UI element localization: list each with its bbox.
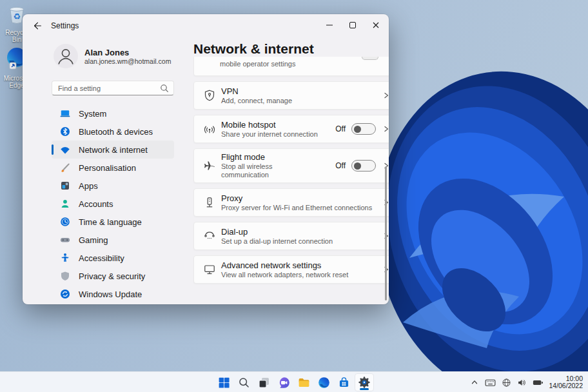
airplane-icon [203,159,216,172]
partial-control [362,57,378,60]
card-dial-up[interactable]: Dial-up Set up a dial-up internet connec… [193,222,389,250]
toggle-knob [354,162,361,170]
sidebar-item-time-language[interactable]: Time & language [52,213,174,231]
speaker-icon[interactable] [517,378,527,387]
vpn-shield-icon [203,89,216,102]
card-mobile-partial[interactable]: mobile operator settings [193,57,389,76]
card-title: Mobile hotspot [221,120,318,130]
card-subtitle: mobile operator settings [220,60,295,68]
system-tray: 10:00 14/06/2022 [464,372,583,392]
card-subtitle: Share your internet connection [221,130,318,139]
file-explorer-button[interactable] [295,373,314,391]
accessibility-icon [60,253,70,263]
minimize-icon [324,19,335,31]
close-icon [370,19,382,31]
sidebar-item-network-internet[interactable]: Network & internet [52,141,174,159]
avatar[interactable] [54,44,78,68]
sidebar-item-personalisation[interactable]: Personalisation [52,159,174,177]
battery-icon[interactable] [533,378,544,387]
task-view-icon [257,376,271,389]
toggle-knob [354,126,361,133]
search-icon [160,84,169,93]
edge-button[interactable] [315,373,334,391]
card-title: VPN [221,86,292,96]
proxy-server-icon [203,196,216,209]
profile-name: Alan Jones [84,48,129,57]
brush-icon [60,162,70,173]
sidebar-item-windows-update[interactable]: Windows Update [52,285,174,303]
search-input[interactable] [52,84,160,92]
window-title: Settings [51,21,79,30]
system-icon [60,108,70,119]
windows-start-icon [217,376,231,389]
card-title: Flight mode [221,152,291,162]
sidebar-item-bluetooth-devices[interactable]: Bluetooth & devices [52,122,174,141]
taskbar-search-button[interactable] [235,373,254,391]
card-advanced-network-settings[interactable]: Advanced network settings View all netwo… [193,255,389,284]
card-title: Dial-up [221,227,333,237]
windows-bloom-wallpaper [371,45,588,371]
search-box [52,81,174,95]
tray-date: 14/06/2022 [549,382,583,390]
card-flight-mode[interactable]: Flight mode Stop all wireless communicat… [193,148,389,183]
scrollbar[interactable] [385,166,387,300]
svg-text:♻: ♻ [13,12,21,21]
card-proxy[interactable]: Proxy Proxy server for Wi-Fi and Etherne… [193,188,389,217]
sidebar-nav: System Bluetooth & devices Network & int… [52,104,174,303]
sidebar-item-apps[interactable]: Apps [52,177,174,195]
minimize-button[interactable] [318,15,341,35]
teams-chat-icon [277,376,291,389]
task-view-button[interactable] [255,373,274,391]
clock-globe-icon [60,217,70,227]
search-icon [237,376,251,389]
tray-clock[interactable]: 10:00 14/06/2022 [549,375,583,390]
sidebar-item-accounts[interactable]: Accounts [52,195,174,213]
settings-window: Settings Alan Jones alan.jones.wm@hotmai… [23,14,389,304]
bluetooth-icon [60,126,70,137]
sidebar-item-accessibility[interactable]: Accessibility [52,249,174,267]
shield-icon [60,271,70,281]
sidebar-item-privacy-security[interactable]: Privacy & security [52,267,174,285]
update-icon [60,289,70,299]
mobile-hotspot-toggle[interactable] [351,123,376,135]
profile-email: alan.jones.wm@hotmail.com [84,57,171,65]
monitor-icon [203,263,216,276]
tray-chevron-up-icon[interactable] [470,378,479,387]
taskbar: 10:00 14/06/2022 [0,371,588,392]
person-icon [60,199,70,209]
store-bag-icon [337,376,351,389]
gamepad-icon [60,235,70,245]
card-vpn[interactable]: VPN Add, connect, manage [193,81,389,110]
chat-button[interactable] [275,373,294,391]
card-subtitle: Stop all wireless communication [221,162,291,179]
sidebar-item-system[interactable]: System [52,104,174,122]
settings-cards: mobile operator settings VPN Add, connec… [193,57,389,289]
card-subtitle: Add, connect, manage [221,97,292,105]
maximize-icon [347,19,358,31]
sidebar-item-gaming[interactable]: Gaming [52,231,174,249]
touch-keyboard-icon[interactable] [485,377,496,388]
titlebar: Settings [23,14,389,37]
page-title: Network & internet [193,41,314,57]
edge-icon [317,376,331,389]
card-subtitle: Proxy server for Wi-Fi and Ethernet conn… [221,204,372,212]
settings-button[interactable] [355,373,374,391]
back-button[interactable] [28,17,47,35]
toggle-state-label: Off [335,124,346,133]
toggle-state-label: Off [335,161,346,170]
back-arrow-icon [32,20,43,32]
start-button[interactable] [215,373,234,391]
wifi-icon [60,144,70,155]
close-button[interactable] [364,15,387,35]
gear-icon [357,375,371,389]
chevron-right-icon [382,92,389,99]
network-globe-icon[interactable] [502,378,511,387]
folder-icon [297,376,311,389]
card-title: Advanced network settings [221,260,348,270]
flight-mode-toggle[interactable] [351,160,376,172]
card-mobile-hotspot[interactable]: Mobile hotspot Share your internet conne… [193,115,389,143]
card-title: Proxy [221,193,372,203]
store-button[interactable] [335,373,354,391]
hotspot-icon [203,122,216,135]
maximize-button[interactable] [341,15,364,35]
